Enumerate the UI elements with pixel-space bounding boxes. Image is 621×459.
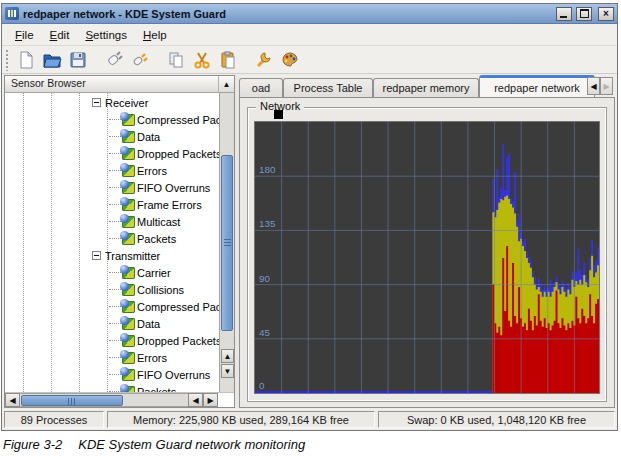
copy-icon[interactable] (163, 48, 189, 72)
tab-oad[interactable]: oad (239, 78, 283, 97)
tree-connector (109, 170, 121, 171)
svg-text:45: 45 (259, 327, 270, 338)
tree-item-label: Collisions (137, 284, 184, 296)
scroll-left-icon[interactable]: ◀ (188, 393, 203, 407)
window-title: redpaper network - KDE System Guard (23, 8, 552, 20)
svg-text:90: 90 (259, 273, 270, 284)
tree-item[interactable]: Data (5, 315, 219, 332)
sensor-icon (122, 114, 135, 126)
tree-item-label: FIFO Overruns (137, 182, 210, 194)
new-document-icon[interactable] (13, 48, 39, 72)
status-cell-1: Memory: 225,980 KB used, 289,164 KB free (107, 411, 375, 428)
colors-icon[interactable] (277, 48, 303, 72)
tree-item-label: FIFO Overruns (137, 369, 210, 381)
vertical-scrollbar-thumb[interactable] (221, 155, 233, 331)
svg-text:0: 0 (259, 380, 265, 391)
tab-scroll-right-icon[interactable]: ▶ (600, 77, 613, 95)
tree-item[interactable]: Compressed Packets (5, 111, 219, 128)
worksheet-frame: Network 18013590450 (239, 97, 615, 408)
tree-item[interactable]: FIFO Overruns (5, 366, 219, 383)
cut-icon[interactable] (189, 48, 215, 72)
figure-caption: Figure 3-2KDE System Guard network monit… (3, 437, 305, 452)
tree-item[interactable]: Carrier (5, 264, 219, 281)
tree-connector (109, 119, 121, 120)
tree-item-label: Dropped Packets (137, 148, 219, 160)
tab-redpaper-network[interactable]: redpaper network (479, 75, 595, 97)
network-display-groupbox: Network 18013590450 (247, 107, 607, 402)
close-button[interactable]: × (598, 7, 614, 21)
scroll-left-icon[interactable]: ◀ (5, 393, 20, 407)
tree-item-label: Data (137, 131, 160, 143)
tree-item[interactable]: Collisions (5, 281, 219, 298)
tree-connector (109, 357, 121, 358)
status-bar: 89 ProcessesMemory: 225,980 KB used, 289… (2, 409, 617, 430)
worksheet-panel: oadProcess Tableredpaper memoryredpaper … (239, 75, 615, 408)
horizontal-scrollbar-thumb[interactable] (21, 395, 123, 406)
maximize-button[interactable] (576, 7, 592, 21)
sensor-icon (122, 369, 135, 381)
tree-group-receiver[interactable]: Receiver (5, 94, 219, 111)
status-cell-2: Swap: 0 KB used, 1,048,120 KB free (378, 411, 615, 428)
tree-connector (109, 238, 121, 239)
tab-scroll-left-icon[interactable]: ◀ (587, 77, 600, 95)
sensor-browser-header[interactable]: Sensor Browser (5, 76, 219, 93)
sensor-tree: ReceiverCompressed PacketsDataDropped Pa… (5, 94, 219, 392)
tree-item-label: Data (137, 318, 160, 330)
open-folder-icon[interactable] (39, 48, 65, 72)
sensor-icon (122, 335, 135, 347)
vertical-scrollbar[interactable]: ▲ ▼ (219, 93, 234, 392)
figure-text: KDE System Guard network monitoring (78, 437, 305, 452)
scroll-down-icon[interactable]: ▼ (221, 364, 234, 378)
scroll-up-icon[interactable]: ▲ (219, 76, 234, 93)
scroll-right-icon[interactable]: ▶ (203, 393, 218, 407)
tree-item[interactable]: Compressed Packets (5, 298, 219, 315)
collapse-minus-icon[interactable] (92, 98, 101, 107)
tree-item[interactable]: Errors (5, 349, 219, 366)
tree-item[interactable]: Multicast (5, 213, 219, 230)
sensor-browser-panel: Sensor Browser ▲ ReceiverCompressed Pack… (4, 75, 235, 408)
paste-icon[interactable] (215, 48, 241, 72)
tree-item-label: Errors (137, 165, 167, 177)
menu-help[interactable]: Help (136, 27, 174, 43)
network-label-blot (274, 110, 283, 119)
sensor-icon (122, 216, 135, 228)
tree-connector (109, 153, 121, 154)
title-bar[interactable]: redpaper network - KDE System Guard × (2, 4, 617, 24)
connect-host-icon[interactable] (101, 48, 127, 72)
tree-item[interactable]: Data (5, 128, 219, 145)
sensor-icon (122, 267, 135, 279)
tree-item[interactable]: Packets (5, 383, 219, 392)
tree-item[interactable]: Packets (5, 230, 219, 247)
tab-process-table[interactable]: Process Table (283, 78, 373, 97)
tree-item-label: Dropped Packets (137, 335, 219, 347)
tree-item[interactable]: Errors (5, 162, 219, 179)
svg-text:180: 180 (259, 164, 276, 175)
sensor-icon (122, 233, 135, 245)
tree-item[interactable]: Dropped Packets (5, 145, 219, 162)
tree-item[interactable]: Frame Errors (5, 196, 219, 213)
tree-connector (109, 187, 121, 188)
sensor-icon (122, 386, 135, 393)
sensor-icon (122, 284, 135, 296)
tree-connector (109, 340, 121, 341)
menu-file[interactable]: File (8, 27, 41, 43)
disconnect-host-icon[interactable] (127, 48, 153, 72)
configure-icon[interactable] (251, 48, 277, 72)
tree-item[interactable]: Dropped Packets (5, 332, 219, 349)
collapse-minus-icon[interactable] (92, 251, 101, 260)
scroll-up-icon[interactable]: ▲ (221, 349, 234, 363)
save-icon[interactable] (65, 48, 91, 72)
menu-edit[interactable]: Edit (43, 27, 77, 43)
minimize-button[interactable] (556, 7, 572, 21)
horizontal-scrollbar-track[interactable] (20, 393, 188, 407)
toolbar-drag-handle[interactable] (5, 49, 10, 71)
tab-redpaper-memory[interactable]: redpaper memory (373, 78, 479, 97)
tree-connector (109, 272, 121, 273)
tree-group-transmitter[interactable]: Transmitter (5, 247, 219, 264)
tree-item-label: Multicast (137, 216, 180, 228)
sensor-icon (122, 352, 135, 364)
signal-plotter[interactable]: 18013590450 (254, 121, 600, 394)
horizontal-scrollbar[interactable]: ◀ ◀ ▶ (5, 392, 234, 407)
menu-settings[interactable]: Settings (78, 27, 134, 43)
tree-item[interactable]: FIFO Overruns (5, 179, 219, 196)
